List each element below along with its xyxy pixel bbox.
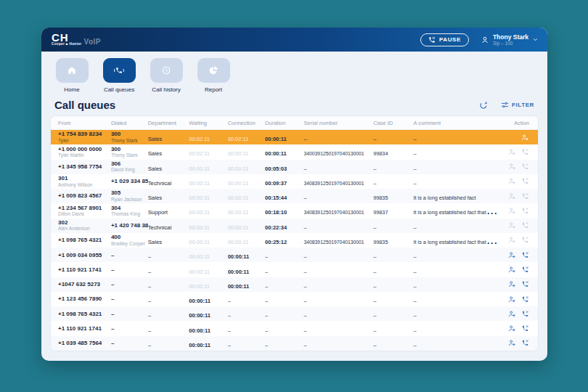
filter-icon [501,101,509,109]
table-row[interactable]: +1 009 823 4567305Ryan JacksonSales00:00… [51,189,538,203]
cell-case-id: – [373,337,413,350]
person-plus-icon[interactable] [508,280,516,288]
cell-connection: – [228,322,265,335]
cell-serial-number: – [303,131,373,144]
phone-decline-icon[interactable] [521,207,529,215]
phone-decline-icon[interactable] [521,266,529,274]
table-row[interactable]: +1 234 567 8901Dillon Davis304Thomas Kin… [51,203,538,218]
cell-case-id: – [373,219,413,232]
person-plus-icon[interactable] [508,295,516,303]
cell-waiting: 00:00:11 [189,278,227,291]
tab-call-queues[interactable]: Call queues [102,58,136,93]
table-row[interactable]: +1 110 921 1741––00:00:11––––– [51,321,538,335]
cell-dialed: – [111,295,148,303]
pause-button[interactable]: PAUSE [420,33,469,46]
person-plus-icon[interactable] [508,207,516,215]
tab-home-label: Home [64,86,79,93]
table-row[interactable]: +1 345 958 7754306David KingSales00:00:1… [51,160,538,174]
column-header: Serial number [303,120,373,126]
phone-decline-icon[interactable] [521,310,529,318]
table-row[interactable]: +1 110 921 1741––00:00:1100:00:11–––– [51,262,538,277]
phone-decline-icon[interactable] [521,324,529,332]
person-plus-icon[interactable] [508,192,516,200]
phone-decline-icon[interactable] [521,192,529,200]
person-plus-icon[interactable] [508,251,516,259]
phone-decline-icon[interactable] [521,177,529,185]
cell-waiting: 00:00:11 [189,219,227,232]
tab-report[interactable]: Report [196,58,231,93]
cell-dialed: – [111,266,148,274]
cell-dialed: +1 029 334 8574 [111,178,148,185]
table-row[interactable]: +1 009 034 0955––00:00:1100:00:11–––– [51,248,538,262]
cell-dialed: – [111,325,148,332]
person-plus-icon[interactable] [508,236,516,244]
cell-comment: – [413,219,502,232]
phone-decline-icon[interactable] [521,236,529,244]
phone-decline-icon[interactable] [521,163,529,171]
cell-dialed: 306David King [111,160,148,173]
user-name: Thony Stark [493,34,528,41]
person-plus-icon[interactable] [508,177,516,185]
cell-from: +1 039 485 7564 [58,340,111,347]
cell-department: Sales [148,160,189,173]
user-menu[interactable]: Thony Stark Sip – 100 [481,34,539,46]
table-row[interactable]: +1 098 765 4321400Bradley CooperSales00:… [51,233,538,248]
cell-comment: It is a long established fact that a rea… [413,234,502,247]
cell-waiting: 00:02:11 [189,131,227,144]
cell-waiting: 00:00:11 [189,337,227,350]
cell-connection: 00:00:11 [228,264,265,277]
cell-duration: 00:00:11 [265,145,303,158]
phone-decline-icon[interactable] [521,221,529,229]
phone-decline-icon[interactable] [521,148,529,156]
cell-comment: – [413,264,502,277]
person-plus-icon[interactable] [508,324,516,332]
cell-serial-number: – [303,278,373,291]
table-row[interactable]: +1 039 485 7564––00:00:11––––– [51,336,538,351]
person-plus-icon[interactable] [521,134,529,142]
cell-from: +1 098 765 4321 [58,311,111,318]
cell-actions [502,339,531,347]
cell-waiting: 00:00:11 [189,234,227,247]
table-row[interactable]: 301Anthony Wilson+1 029 334 8574Technica… [51,174,538,189]
cell-actions [502,163,531,171]
table-row[interactable]: +1 754 839 8234Tyler300Thony StarkSales0… [51,130,538,144]
cell-dialed: – [111,340,148,347]
phone-decline-icon[interactable] [521,251,529,259]
cell-serial-number: – [303,160,373,173]
table-row[interactable]: +1 098 765 4321––00:00:11––––– [51,306,538,321]
cell-comment: – [413,337,502,350]
refresh-button[interactable] [479,101,488,110]
person-plus-icon[interactable] [508,163,516,171]
column-header: Dialed [111,120,148,126]
person-plus-icon[interactable] [508,339,516,347]
person-plus-icon[interactable] [508,221,516,229]
person-plus-icon[interactable] [508,310,516,318]
cell-duration: – [265,293,303,306]
table-row[interactable]: +1 000 000 0000Tyler Martin300Thony Star… [51,144,538,159]
person-plus-icon[interactable] [508,148,516,156]
cell-case-id: – [373,307,413,320]
table-row[interactable]: +1047 632 5273––00:00:1100:00:11–––– [51,277,538,292]
tab-call-history[interactable]: Call history [149,58,184,93]
tab-call-history-label: Call history [152,86,181,93]
brand-main: CH [52,33,81,41]
cell-from: +1 098 765 4321 [58,237,111,244]
phone-decline-icon[interactable] [521,295,529,303]
phone-decline-icon[interactable] [521,339,529,347]
table-row[interactable]: +1 123 456 7890––00:00:11––––– [51,292,538,306]
table-row[interactable]: 302Alex Anderson+1 420 748 3849Technical… [51,219,538,233]
cell-dialed: 304Thomas King [111,205,148,218]
cell-comment: – [413,278,502,291]
cell-waiting: 00:00:11 [189,189,227,203]
cell-waiting: 00:00:11 [189,160,227,173]
column-header: Case ID [373,120,413,126]
filter-button[interactable]: FILTER [501,101,534,109]
cell-serial-number: – [303,337,373,350]
tab-home[interactable]: Home [54,58,89,93]
phone-decline-icon[interactable] [521,280,529,288]
column-header: Duration [265,120,303,126]
column-header: Action [502,120,531,126]
cell-serial-number: – [303,248,373,261]
cell-serial-number: 3408391250197040130001 [303,175,373,188]
person-plus-icon[interactable] [508,266,516,274]
